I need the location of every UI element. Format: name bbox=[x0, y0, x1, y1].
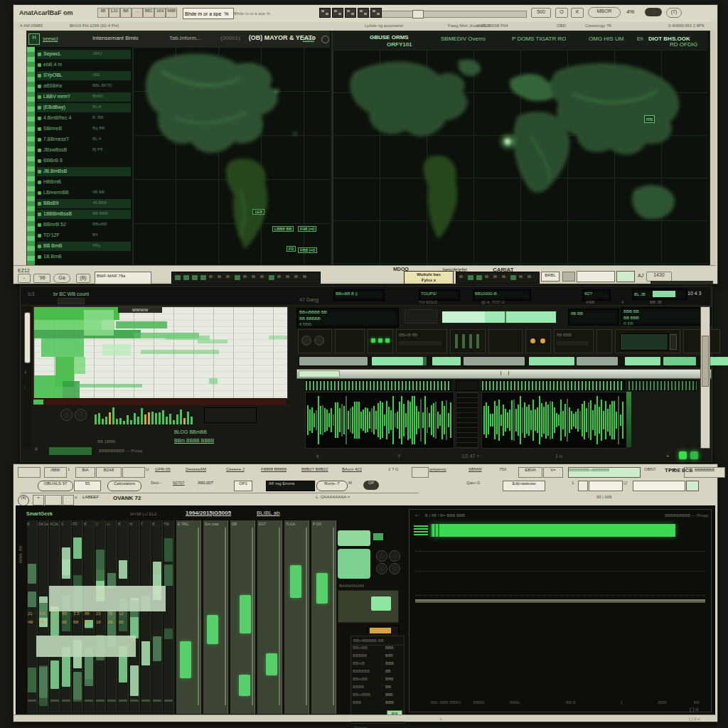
toolbar-link[interactable]: prepemo bbox=[429, 467, 462, 476]
rack-module[interactable] bbox=[298, 329, 332, 353]
toolbar-link[interactable]: SBMW bbox=[469, 467, 493, 476]
audio-clip[interactable] bbox=[577, 357, 618, 365]
strip-control[interactable] bbox=[192, 275, 198, 280]
strip-control[interactable] bbox=[468, 275, 473, 280]
hdr-5[interactable]: OMG HIS UM bbox=[589, 36, 623, 43]
toolbar-stack[interactable]: BAum 422 bbox=[342, 467, 372, 476]
rack-module[interactable]: 8B BBB bbox=[554, 329, 594, 353]
status-btn-2[interactable]: '98 bbox=[33, 274, 50, 283]
panel-scrollbar[interactable] bbox=[27, 47, 36, 265]
strip-control[interactable] bbox=[502, 275, 505, 278]
strip-control[interactable] bbox=[277, 275, 281, 278]
pad-small[interactable] bbox=[338, 530, 370, 546]
list-item[interactable]: aBSBKeBBL BFT0 bbox=[37, 82, 131, 91]
hdr-6[interactable]: Eh bbox=[637, 36, 643, 42]
toolbar-btn[interactable] bbox=[122, 467, 145, 478]
knob[interactable] bbox=[75, 409, 87, 421]
rack-module[interactable] bbox=[596, 329, 612, 353]
toolbar-btn[interactable]: BIA bbox=[75, 467, 95, 478]
list-item[interactable]: ebB.4 m bbox=[37, 60, 131, 70]
status-btn-1[interactable]: - bbox=[18, 274, 31, 283]
tab-1[interactable]: Intensemant Bmlo bbox=[92, 35, 166, 42]
strip-control[interactable] bbox=[510, 275, 516, 280]
fader[interactable] bbox=[455, 334, 458, 348]
hdr-1[interactable]: GBUSE ORMS bbox=[370, 34, 409, 41]
info-row[interactable]: BBmBBBB8 bbox=[353, 645, 402, 652]
toolbar-box-o[interactable]: O bbox=[555, 8, 568, 18]
list-item[interactable]: LBmermBB4B BB bbox=[37, 188, 131, 198]
info-row[interactable]: BBmBBBB bbox=[353, 660, 402, 668]
clip[interactable] bbox=[41, 338, 84, 357]
search-input[interactable] bbox=[183, 8, 234, 19]
menu-item[interactable]: 093 2 8P9 bbox=[685, 23, 704, 28]
knob[interactable] bbox=[389, 550, 400, 562]
toolbar-btn[interactable] bbox=[18, 467, 41, 478]
strip-control[interactable] bbox=[294, 275, 298, 278]
strip-control[interactable] bbox=[459, 275, 463, 278]
mini-scrollbar[interactable] bbox=[651, 281, 713, 284]
dual-pill-button[interactable] bbox=[645, 8, 662, 16]
channel-strip-wide[interactable]: P DO bbox=[311, 520, 336, 714]
toolbar-btn[interactable]: EBVA bbox=[518, 467, 542, 478]
strip-control[interactable] bbox=[209, 275, 213, 278]
toolbar-btn[interactable]: V= bbox=[543, 467, 563, 478]
rack-module[interactable] bbox=[335, 329, 365, 353]
audio-clip[interactable] bbox=[299, 357, 368, 365]
info-row[interactable]: BBBBBB88 bbox=[353, 653, 402, 660]
pad-mini[interactable] bbox=[373, 533, 383, 540]
slider-handle[interactable] bbox=[412, 10, 424, 18]
toolbar-box-500[interactable]: 500 bbox=[531, 8, 551, 18]
list-item[interactable]: SBmreBBg BB bbox=[37, 124, 131, 134]
list-item[interactable]: LBBV mrm?BbBS bbox=[37, 92, 131, 102]
knob[interactable] bbox=[314, 336, 324, 346]
list-item[interactable]: BBsB948.BBB bbox=[37, 199, 131, 208]
green-tag[interactable] bbox=[49, 447, 92, 455]
knob[interactable] bbox=[376, 550, 387, 562]
map-chip[interactable]: F48 |=0 bbox=[298, 226, 316, 232]
toolbar-btn[interactable] bbox=[412, 467, 429, 478]
list-item[interactable]: SYpOBL08E bbox=[37, 71, 131, 80]
toolbar-link[interactable]: DeesssAM bbox=[186, 467, 224, 476]
toolbar-box[interactable]: OP1 bbox=[234, 481, 252, 491]
menu-item[interactable]: HWE 00008 P04 bbox=[476, 23, 508, 28]
rack-module[interactable] bbox=[488, 329, 523, 353]
status-gray-box[interactable] bbox=[562, 272, 575, 282]
info-row[interactable]: BBBBBB bbox=[353, 684, 402, 691]
list-item[interactable]: SepwcL2B4J bbox=[37, 50, 131, 59]
toolbar-link[interactable]: Ceeeee.J bbox=[226, 467, 259, 476]
menu-item[interactable]: OBD bbox=[557, 23, 566, 28]
hdr-3[interactable]: SBMEDIV Overro bbox=[441, 36, 486, 43]
audio-clip[interactable] bbox=[372, 357, 423, 365]
slider-track[interactable] bbox=[363, 11, 527, 18]
grid-icon[interactable] bbox=[345, 8, 356, 18]
audio-clip[interactable] bbox=[625, 357, 660, 365]
channel-strip-wide[interactable]: DB bbox=[230, 520, 255, 714]
h-scroll-handle[interactable] bbox=[299, 370, 340, 378]
grid-icon[interactable] bbox=[358, 8, 369, 18]
strip-control[interactable] bbox=[286, 275, 289, 278]
module-slider[interactable] bbox=[670, 334, 677, 350]
toolbar-button[interactable]: 1J1! bbox=[109, 8, 120, 18]
toolbar-btn[interactable] bbox=[63, 495, 74, 505]
strip-control[interactable] bbox=[519, 275, 523, 278]
info-row[interactable]: BBmBBB8B8 bbox=[353, 692, 402, 699]
clip[interactable] bbox=[102, 344, 131, 355]
list-item[interactable]: BBBrB 8 bbox=[37, 156, 131, 166]
world-map[interactable]: ms bbox=[333, 50, 708, 264]
rack-module[interactable] bbox=[615, 329, 680, 353]
channel-strip-wide[interactable]: TLGA bbox=[284, 520, 309, 714]
toolbar-box-k[interactable]: K bbox=[571, 8, 584, 18]
hdr-2[interactable]: ORFY101 bbox=[387, 41, 412, 48]
toolbar-box[interactable]: Ed|maakuse bbox=[503, 481, 545, 491]
menu-item[interactable]: LyAde ng accortanw bbox=[365, 23, 403, 28]
track-scroll-strip[interactable] bbox=[415, 599, 705, 603]
channel-strip-wide[interactable]: Dvc mas bbox=[203, 520, 228, 714]
info-row[interactable]: BBBBBB8B bbox=[353, 668, 402, 675]
list-item[interactable]: (EBdBwy)BLr8 bbox=[37, 103, 131, 112]
display-field[interactable] bbox=[686, 481, 699, 491]
text-input[interactable] bbox=[589, 481, 623, 491]
strip-control[interactable] bbox=[175, 275, 181, 280]
audio-clip[interactable] bbox=[423, 357, 427, 365]
toolbar-stack[interactable]: F8888 B8888 bbox=[261, 467, 299, 476]
clip[interactable] bbox=[74, 357, 85, 374]
